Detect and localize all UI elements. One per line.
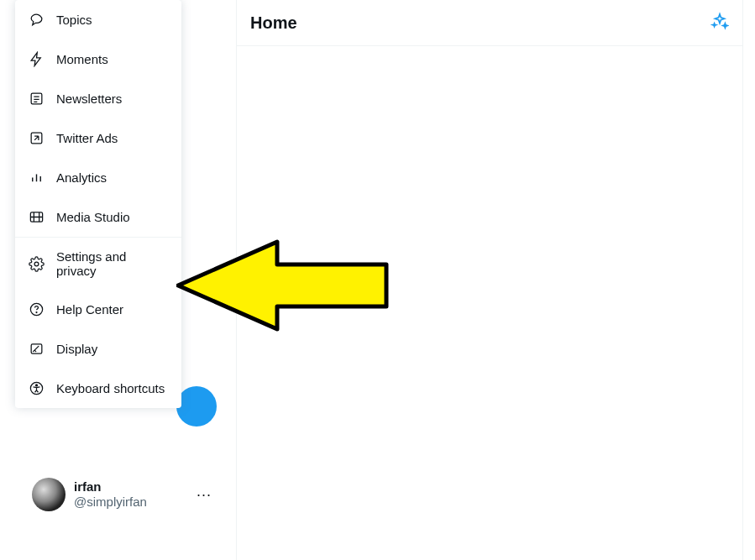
analytics-icon: [29, 170, 45, 186]
menu-item-help-center[interactable]: Help Center: [15, 290, 181, 329]
menu-item-newsletters[interactable]: Newsletters: [15, 79, 181, 118]
svg-point-8: [36, 385, 38, 386]
account-switcher[interactable]: irfan @simplyirfan ···: [25, 471, 218, 518]
profile-text: irfan @simplyirfan: [74, 479, 147, 510]
ads-icon: [29, 130, 45, 146]
menu-item-topics[interactable]: Topics: [15, 0, 181, 39]
svg-point-3: [34, 262, 39, 266]
moments-icon: [29, 51, 45, 67]
menu-label: Analytics: [56, 170, 107, 185]
menu-item-media-studio[interactable]: Media Studio: [15, 197, 181, 237]
main-column: Home: [236, 0, 743, 560]
menu-item-settings-privacy[interactable]: Settings and privacy: [15, 238, 181, 290]
topics-icon: [29, 12, 45, 28]
gear-icon: [29, 256, 45, 272]
home-header: Home: [237, 0, 742, 46]
accessibility-icon: [29, 380, 45, 396]
menu-label: Twitter Ads: [56, 131, 118, 145]
menu-label: Display: [56, 342, 97, 356]
more-menu-popup: Topics Moments Newsletters Twitter Ads A…: [15, 0, 181, 408]
ellipsis-icon: ···: [197, 486, 212, 504]
sparkle-icon[interactable]: [710, 12, 729, 34]
help-icon: [29, 301, 45, 317]
menu-label: Moments: [56, 52, 108, 66]
media-studio-icon: [29, 209, 45, 225]
menu-label: Help Center: [56, 302, 123, 317]
menu-label: Keyboard shortcuts: [56, 381, 165, 395]
menu-label: Topics: [56, 13, 92, 27]
page-title: Home: [250, 13, 297, 33]
svg-point-5: [36, 312, 37, 313]
menu-item-keyboard-shortcuts[interactable]: Keyboard shortcuts: [15, 369, 181, 408]
tweet-button[interactable]: [176, 386, 217, 427]
newsletters-icon: [29, 91, 45, 107]
profile-handle: @simplyirfan: [74, 495, 147, 510]
avatar: [32, 478, 66, 511]
menu-item-moments[interactable]: Moments: [15, 39, 181, 79]
profile-name: irfan: [74, 479, 147, 495]
menu-label: Settings and privacy: [56, 249, 168, 278]
menu-item-twitter-ads[interactable]: Twitter Ads: [15, 118, 181, 158]
menu-item-display[interactable]: Display: [15, 329, 181, 369]
menu-label: Newsletters: [56, 92, 122, 106]
menu-item-analytics[interactable]: Analytics: [15, 158, 181, 197]
display-icon: [29, 341, 45, 357]
menu-label: Media Studio: [56, 210, 130, 224]
